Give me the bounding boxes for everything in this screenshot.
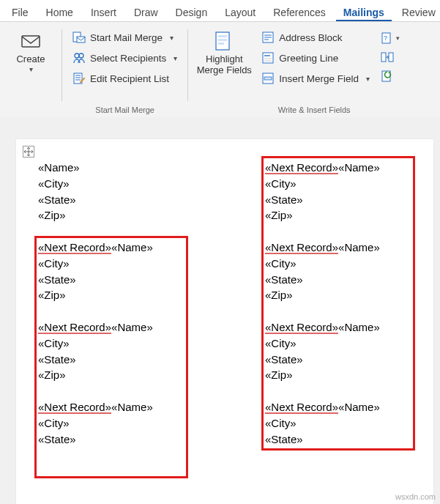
tab-draw[interactable]: Draw xyxy=(127,2,165,21)
group-title-wif: Write & Insert Fields xyxy=(278,104,351,117)
chevron-down-icon: ▾ xyxy=(29,65,33,73)
chevron-down-icon: ▾ xyxy=(170,34,174,42)
insert-merge-field-icon xyxy=(261,72,275,85)
label-cell[interactable]: «Next Record»«Name» «City» «State» «Zip» xyxy=(265,160,411,223)
highlight-merge-fields-button[interactable]: HighlightMerge Fields xyxy=(194,25,254,76)
svg-point-4 xyxy=(79,53,83,58)
rules-button[interactable]: ? ▾ xyxy=(380,31,400,45)
address-block-label: Address Block xyxy=(279,32,342,43)
edit-recipient-list-button[interactable]: Edit Recipient List xyxy=(68,69,182,88)
edit-recipient-list-label: Edit Recipient List xyxy=(90,73,169,84)
svg-text:?: ? xyxy=(384,34,387,42)
greeting-line-label: Greeting Line xyxy=(279,53,338,64)
svg-rect-11 xyxy=(218,39,227,41)
group-separator xyxy=(61,29,62,101)
label-cell[interactable]: «Next Record»«Name» «City» «State» «Zip» xyxy=(38,240,184,303)
move-icon xyxy=(23,146,34,158)
tab-design[interactable]: Design xyxy=(168,2,215,21)
select-recipients-label: Select Recipients xyxy=(90,53,166,64)
start-mail-merge-label: Start Mail Merge xyxy=(90,32,163,43)
svg-rect-25 xyxy=(381,53,386,62)
update-labels-button[interactable] xyxy=(380,69,400,84)
tab-layout[interactable]: Layout xyxy=(217,2,263,21)
svg-rect-12 xyxy=(218,42,224,45)
highlight-label: HighlightMerge Fields xyxy=(197,54,252,76)
label-cell[interactable]: «Next Record»«Name» «City» «State» «Zip» xyxy=(265,240,411,303)
highlight-fields-icon xyxy=(212,29,236,53)
highlight-box-left: «Next Record»«Name» «City» «State» «Zip»… xyxy=(34,236,188,478)
group-start-mail-merge: Start Mail Merge ▾ Select Recipients ▾ xyxy=(64,25,186,117)
mail-merge-icon xyxy=(72,31,86,44)
svg-point-3 xyxy=(75,53,79,58)
chevron-down-icon: ▾ xyxy=(174,54,177,62)
table-move-handle[interactable] xyxy=(22,145,35,158)
match-fields-icon xyxy=(380,50,395,64)
ribbon: Create ▾ Start Mail Merge ▾ xyxy=(0,22,440,117)
group-create: Create ▾ xyxy=(1,25,60,117)
insert-merge-field-button[interactable]: Insert Merge Field ▾ xyxy=(257,69,374,88)
svg-rect-10 xyxy=(218,35,227,37)
greeting-line-icon xyxy=(261,51,275,64)
recipients-icon xyxy=(72,51,86,64)
tab-mailings[interactable]: Mailings xyxy=(336,2,392,21)
rules-icon: ? xyxy=(380,31,395,45)
group-write-insert-fields: HighlightMerge Fields Address Block xyxy=(190,25,439,117)
label-cell[interactable]: «Next Record»«Name» «City» «State» «Zip» xyxy=(38,319,184,383)
svg-rect-22 xyxy=(264,77,272,80)
group-title-create xyxy=(29,104,31,117)
chevron-down-icon: ▾ xyxy=(396,34,400,42)
insert-merge-field-label: Insert Merge Field xyxy=(279,73,359,84)
label-cell[interactable]: «Next Record»«Name» «City» «State» xyxy=(265,399,411,447)
tab-file[interactable]: File xyxy=(4,2,36,21)
label-cell[interactable]: «Next Record»«Name» «City» «State» «Zip» xyxy=(265,319,411,383)
label-cell[interactable]: «Next Record»«Name» «City» «State» xyxy=(38,399,184,447)
tab-references[interactable]: References xyxy=(266,2,333,21)
start-mail-merge-button[interactable]: Start Mail Merge ▾ xyxy=(68,28,182,47)
address-block-button[interactable]: Address Block xyxy=(257,28,374,47)
create-label: Create xyxy=(16,54,45,65)
document-area: «Name» «City» «State» «Zip» «Next Record… xyxy=(0,117,440,504)
address-block-icon xyxy=(261,31,275,44)
update-labels-icon xyxy=(380,69,395,84)
greeting-line-button[interactable]: Greeting Line xyxy=(257,48,374,67)
svg-rect-26 xyxy=(389,53,393,62)
svg-rect-0 xyxy=(22,36,40,47)
envelope-icon xyxy=(19,29,42,53)
edit-list-icon xyxy=(72,72,86,85)
label-column-right: «Next Record»«Name» «City» «State» «Zip»… xyxy=(265,160,411,475)
document-page[interactable]: «Name» «City» «State» «Zip» «Next Record… xyxy=(16,139,433,504)
label-cell[interactable]: «Name» «City» «State» «Zip» xyxy=(38,160,184,223)
tab-review[interactable]: Review xyxy=(395,2,440,21)
group-separator xyxy=(187,29,188,101)
highlight-box-right: «Next Record»«Name» «City» «State» «Zip»… xyxy=(261,156,415,451)
svg-rect-17 xyxy=(263,53,273,63)
create-button[interactable]: Create ▾ xyxy=(6,25,56,73)
watermark-text: wsxdn.com xyxy=(395,492,436,501)
match-fields-button[interactable] xyxy=(380,50,400,64)
mini-buttons: ? ▾ xyxy=(374,25,401,84)
tab-home[interactable]: Home xyxy=(39,2,81,21)
chevron-down-icon: ▾ xyxy=(366,75,370,83)
select-recipients-button[interactable]: Select Recipients ▾ xyxy=(68,48,182,67)
group-title-smm: Start Mail Merge xyxy=(95,104,154,117)
label-column-left: «Name» «City» «State» «Zip» «Next Record… xyxy=(38,160,184,475)
svg-rect-2 xyxy=(77,37,85,42)
tab-strip: File Home Insert Draw Design Layout Refe… xyxy=(0,0,440,22)
tab-insert[interactable]: Insert xyxy=(83,2,124,21)
